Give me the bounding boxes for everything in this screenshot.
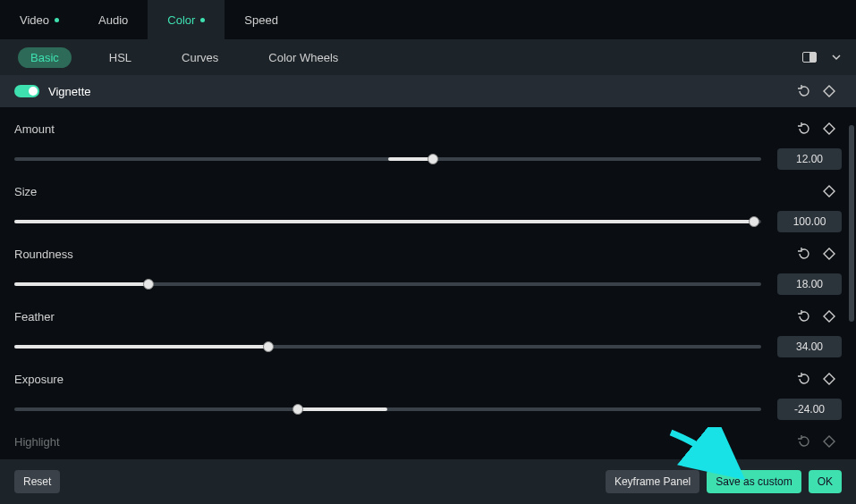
vignette-reset-button[interactable]	[792, 79, 817, 104]
param-label: Amount	[14, 122, 792, 136]
tab-label: Color	[167, 13, 195, 27]
keyframe-diamond-icon[interactable]	[817, 366, 842, 391]
ok-button[interactable]: OK	[809, 470, 842, 493]
keyframe-diamond-icon[interactable]	[817, 179, 842, 204]
chevron-down-icon[interactable]	[831, 52, 842, 63]
keyframe-panel-button[interactable]: Keyframe Panel	[606, 470, 699, 493]
exposure-value[interactable]: -24.00	[777, 399, 842, 420]
keyframe-diamond-icon[interactable]	[817, 241, 842, 266]
param-label: Highlight	[14, 435, 792, 449]
sub-tab-bar: Basic HSL Curves Color Wheels	[0, 39, 856, 75]
tab-label: Speed	[244, 13, 278, 27]
tab-video[interactable]: Video	[0, 0, 79, 39]
tab-color[interactable]: Color	[148, 0, 225, 39]
roundness-slider[interactable]	[14, 282, 761, 286]
reset-icon[interactable]	[792, 366, 817, 391]
param-label: Feather	[14, 310, 792, 323]
size-slider[interactable]	[14, 220, 761, 223]
amount-slider[interactable]	[14, 157, 761, 161]
keyframe-diamond-icon[interactable]	[817, 116, 842, 141]
subtab-color-wheels[interactable]: Color Wheels	[256, 47, 351, 68]
tab-label: Video	[20, 13, 49, 27]
roundness-value[interactable]: 18.00	[777, 273, 842, 295]
tab-label: Audio	[98, 13, 128, 27]
reset-icon[interactable]	[792, 304, 817, 329]
vignette-title: Vignette	[48, 85, 90, 98]
compare-split-icon[interactable]	[802, 52, 817, 63]
subtab-curves[interactable]: Curves	[169, 47, 231, 68]
param-size: Size 100.00	[14, 170, 842, 232]
feather-slider[interactable]	[14, 345, 761, 349]
amount-value[interactable]: 12.00	[777, 148, 842, 170]
reset-icon[interactable]	[792, 241, 817, 266]
exposure-slider[interactable]	[14, 407, 761, 411]
save-as-custom-button[interactable]: Save as custom	[707, 470, 801, 493]
param-feather: Feather 34.00	[14, 295, 842, 357]
tab-modified-dot	[200, 18, 205, 22]
vignette-keyframe-button[interactable]	[817, 79, 842, 104]
keyframe-diamond-icon[interactable]	[817, 429, 842, 454]
param-exposure: Exposure -24.00	[14, 357, 842, 420]
bottom-bar: Reset Keyframe Panel Save as custom OK	[0, 459, 856, 504]
tab-modified-dot	[55, 18, 59, 22]
vignette-toggle[interactable]	[14, 85, 39, 97]
size-value[interactable]: 100.00	[777, 211, 842, 232]
top-tab-bar: Video Audio Color Speed	[0, 0, 856, 39]
subtab-basic[interactable]: Basic	[18, 47, 72, 68]
param-label: Size	[14, 185, 792, 198]
vignette-section-header: Vignette	[0, 75, 856, 107]
reset-icon[interactable]	[792, 116, 817, 141]
reset-icon[interactable]	[792, 429, 817, 454]
params-scroll-area: Amount 12.00 Size 100.00	[0, 107, 856, 461]
param-roundness: Roundness 18.00	[14, 232, 842, 295]
tab-speed[interactable]: Speed	[225, 0, 298, 39]
keyframe-diamond-icon[interactable]	[817, 304, 842, 329]
vertical-scrollbar[interactable]	[849, 80, 854, 420]
param-highlight: Highlight	[14, 420, 842, 452]
reset-button[interactable]: Reset	[14, 470, 60, 493]
svg-rect-1	[809, 53, 817, 63]
param-label: Exposure	[14, 373, 792, 386]
subtab-hsl[interactable]: HSL	[97, 47, 144, 68]
feather-value[interactable]: 34.00	[777, 336, 842, 357]
scrollbar-thumb[interactable]	[849, 125, 854, 322]
param-label: Roundness	[14, 248, 792, 261]
param-amount: Amount 12.00	[14, 107, 842, 170]
tab-audio[interactable]: Audio	[79, 0, 148, 39]
